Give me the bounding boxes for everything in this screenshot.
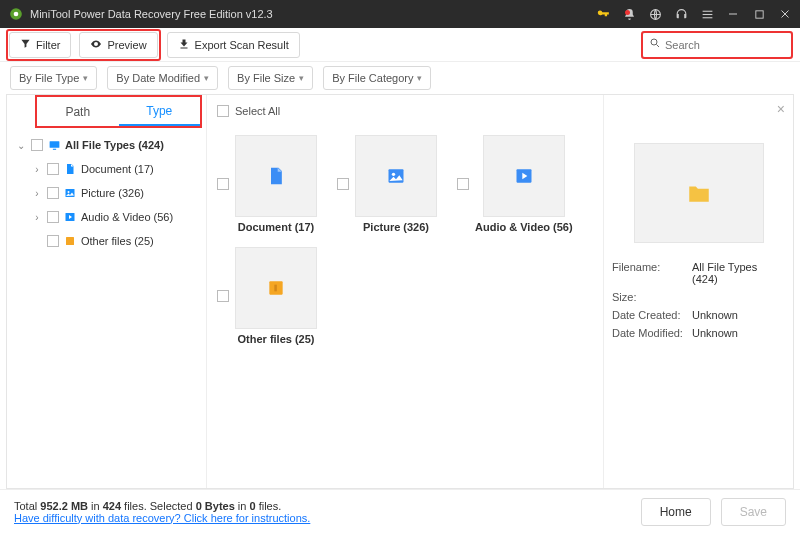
checkbox[interactable] <box>457 178 469 190</box>
search-box[interactable] <box>642 32 792 58</box>
chevron-down-icon: ▾ <box>417 73 422 83</box>
tab-path[interactable]: Path <box>37 97 119 126</box>
chevron-down-icon: ▾ <box>83 73 88 83</box>
checkbox[interactable] <box>47 163 59 175</box>
tree-audiovideo[interactable]: › Audio & Video (56) <box>11 205 202 229</box>
thumb-card[interactable] <box>355 135 437 217</box>
main-panel: Path Type ⌄ All File Types (424) › Docum… <box>6 94 794 489</box>
details-pane: × Filename:All File Types (424) Size: Da… <box>603 95 793 488</box>
svg-point-12 <box>68 191 70 193</box>
checkbox[interactable] <box>47 211 59 223</box>
filesize-dropdown[interactable]: By File Size▾ <box>228 66 313 90</box>
checkbox[interactable] <box>47 187 59 199</box>
filter-icon <box>20 38 31 51</box>
export-icon <box>178 38 190 52</box>
detail-value: Unknown <box>692 327 785 339</box>
chevron-down-icon: ▾ <box>299 73 304 83</box>
thumb-label: Document (17) <box>238 221 314 233</box>
svg-point-16 <box>392 173 395 176</box>
monitor-icon <box>47 138 61 152</box>
preview-button[interactable]: Preview <box>79 32 157 58</box>
checkbox[interactable] <box>217 105 229 117</box>
checkbox[interactable] <box>217 290 229 302</box>
tree-av-label: Audio & Video (56) <box>81 211 173 223</box>
filter-bar: By File Type▾ By Date Modified▾ By File … <box>0 62 800 94</box>
thumb-card[interactable] <box>235 247 317 329</box>
statusbar: Total 952.2 MB in 424 files. Selected 0 … <box>0 489 800 533</box>
select-all-label: Select All <box>235 105 280 117</box>
document-icon <box>63 162 77 176</box>
tree-other[interactable]: › Other files (25) <box>11 229 202 253</box>
file-tree: ⌄ All File Types (424) › Document (17) ›… <box>7 127 206 259</box>
datemod-dropdown[interactable]: By Date Modified▾ <box>107 66 218 90</box>
detail-key: Filename: <box>612 261 692 285</box>
bell-icon[interactable] <box>622 7 636 21</box>
checkbox[interactable] <box>217 178 229 190</box>
tree-root[interactable]: ⌄ All File Types (424) <box>11 133 202 157</box>
thumb-label: Other files (25) <box>237 333 314 345</box>
home-button[interactable]: Home <box>641 498 711 526</box>
svg-rect-19 <box>274 285 277 292</box>
tree-other-label: Other files (25) <box>81 235 154 247</box>
thumb-document: Document (17) <box>217 135 317 233</box>
thumbnail-grid: Select All Document (17) Picture (326) <box>207 95 603 488</box>
svg-rect-10 <box>52 148 55 149</box>
globe-icon[interactable] <box>648 7 662 21</box>
menu-icon[interactable] <box>700 7 714 21</box>
window-title: MiniTool Power Data Recovery Free Editio… <box>30 8 596 20</box>
svg-rect-6 <box>729 14 737 15</box>
filter-label: Filter <box>36 39 60 51</box>
expand-icon[interactable]: › <box>31 164 43 175</box>
collapse-icon[interactable]: ⌄ <box>15 140 27 151</box>
thumb-picture: Picture (326) <box>337 135 437 233</box>
status-text: Total 952.2 MB in 424 files. Selected 0 … <box>14 500 310 512</box>
preview-thumbnail <box>634 143 764 243</box>
svg-point-8 <box>651 39 657 45</box>
checkbox[interactable] <box>337 178 349 190</box>
export-button[interactable]: Export Scan Result <box>167 32 300 58</box>
tree-document[interactable]: › Document (17) <box>11 157 202 181</box>
thumb-label: Picture (326) <box>363 221 429 233</box>
search-input[interactable] <box>665 39 800 51</box>
checkbox[interactable] <box>47 235 59 247</box>
detail-key: Size: <box>612 291 692 303</box>
svg-rect-3 <box>702 10 712 11</box>
search-icon <box>649 37 661 52</box>
thumb-audiovideo: Audio & Video (56) <box>457 135 573 233</box>
titlebar: MiniTool Power Data Recovery Free Editio… <box>0 0 800 28</box>
expand-icon[interactable]: › <box>31 188 43 199</box>
maximize-icon[interactable] <box>752 7 766 21</box>
filetype-dropdown[interactable]: By File Type▾ <box>10 66 97 90</box>
minimize-icon[interactable] <box>726 7 740 21</box>
tab-type[interactable]: Type <box>119 97 201 126</box>
expand-icon[interactable]: › <box>31 212 43 223</box>
chevron-down-icon: ▾ <box>204 73 209 83</box>
eye-icon <box>90 38 102 52</box>
close-icon[interactable] <box>778 7 792 21</box>
video-icon <box>63 210 77 224</box>
tree-picture[interactable]: › Picture (326) <box>11 181 202 205</box>
thumb-card[interactable] <box>483 135 565 217</box>
filecat-dropdown[interactable]: By File Category▾ <box>323 66 431 90</box>
thumb-other: Other files (25) <box>217 247 317 345</box>
svg-point-1 <box>14 12 19 17</box>
export-label: Export Scan Result <box>195 39 289 51</box>
checkbox[interactable] <box>31 139 43 151</box>
svg-rect-14 <box>66 237 74 245</box>
select-all-row[interactable]: Select All <box>217 101 593 121</box>
detail-value: Unknown <box>692 309 785 321</box>
key-icon[interactable] <box>596 7 610 21</box>
help-link[interactable]: Have difficulty with data recovery? Clic… <box>14 512 310 524</box>
toolbar: Filter Preview Export Scan Result <box>0 28 800 62</box>
app-logo-icon <box>8 6 24 22</box>
thumb-label: Audio & Video (56) <box>475 221 573 233</box>
filter-button[interactable]: Filter <box>9 32 71 58</box>
headset-icon[interactable] <box>674 7 688 21</box>
detail-key: Date Created: <box>612 309 692 321</box>
save-button[interactable]: Save <box>721 498 786 526</box>
thumb-card[interactable] <box>235 135 317 217</box>
otherfiles-icon <box>63 234 77 248</box>
close-pane-icon[interactable]: × <box>777 101 785 117</box>
svg-rect-7 <box>755 10 762 17</box>
svg-rect-5 <box>702 17 712 18</box>
